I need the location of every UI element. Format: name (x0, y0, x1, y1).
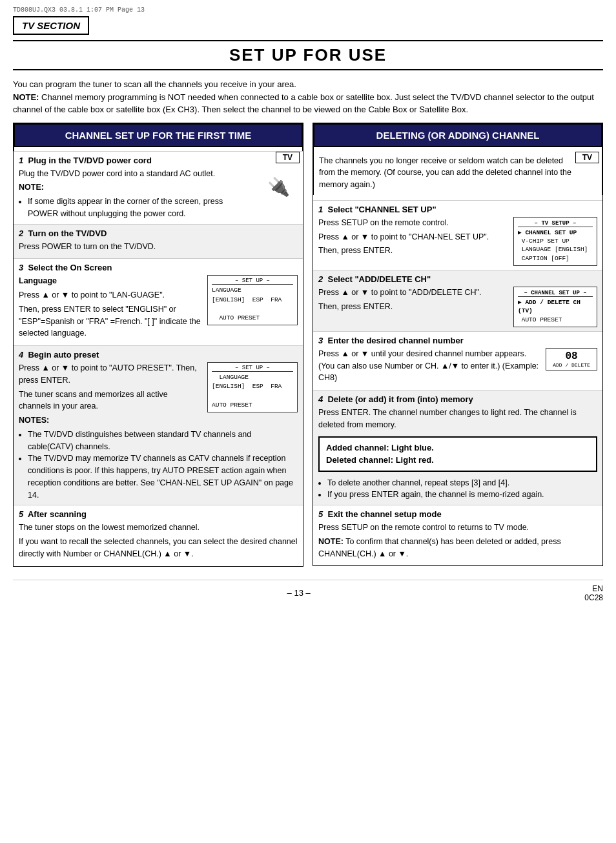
right-step-1-number: 1 (318, 205, 325, 214)
left-section-header: CHANNEL SET UP FOR THE FIRST TIME (14, 123, 303, 147)
right-step-3-number: 3 (318, 336, 325, 345)
footer: – 13 – EN0C28 (13, 580, 603, 602)
tv-setup-screen: – TV SETUP – CHANNEL SET UP V-CHIP SET U… (513, 217, 597, 266)
lang-screen-row1: LANGUAGE (212, 286, 293, 295)
right-section-header: DELETING (OR ADDING) CHANNEL (313, 123, 602, 147)
left-step-2-content: Press POWER to turn on the TV/DVD. (19, 241, 298, 253)
left-step-5-title: 5 After scanning (19, 509, 298, 519)
preset-screen-row1: LANGUAGE (212, 373, 293, 382)
right-step-1: 1 Select "CHANNEL SET UP" – TV SETUP – C… (313, 200, 602, 270)
language-screen: – SET UP – LANGUAGE [ENGLISH] ESP FRA AU… (207, 275, 298, 325)
left-step-3-number: 3 (19, 263, 26, 272)
tv-setup-screen-title: – TV SETUP – (518, 220, 593, 227)
channel-setup-screen-title: – CHANNEL SET UP – (518, 290, 593, 297)
left-step-1: 1 Plug in the TV/DVD power cord 🔌 Plug t… (14, 151, 303, 224)
preset-screen-title: – SET UP – (212, 365, 293, 372)
tv-setup-row2: V-CHIP SET UP (518, 237, 593, 245)
footer-center: – 13 – (287, 588, 311, 598)
power-cord-icon: 🔌 (259, 168, 298, 207)
lang-screen-title: – SET UP – (212, 278, 293, 285)
right-step-1-title-text: Select "CHANNEL SET UP" (327, 205, 436, 214)
tv-section-label: TV SECTION (13, 16, 89, 35)
lang-screen-row4: AUTO PRESET (212, 314, 293, 323)
left-step-3-title-text: Select the On Screen (28, 263, 112, 272)
main-columns: CHANNEL SET UP FOR THE FIRST TIME TV 1 P… (13, 123, 603, 567)
intro-note: NOTE: Channel memory programming is NOT … (13, 91, 603, 116)
right-step-4-bullets: To delete another channel, repeat steps … (318, 477, 597, 502)
right-step-1-title: 1 Select "CHANNEL SET UP" (318, 205, 597, 214)
preset-screen: – SET UP – LANGUAGE [ENGLISH] ESP FRA AU… (207, 362, 298, 412)
left-step-5: 5 After scanning The tuner stops on the … (14, 505, 303, 565)
channel-setup-row2: AUTO PRESET (518, 316, 593, 324)
left-tv-badge: TV (276, 152, 300, 163)
right-step-5-title: 5 Exit the channel setup mode (318, 509, 597, 519)
right-step-2: 2 Select "ADD/DELETE CH" – CHANNEL SET U… (313, 270, 602, 331)
right-step-4-title: 4 Delete (or add) it from (into) memory (318, 394, 597, 404)
left-step-4-title-text: Begin auto preset (28, 350, 99, 360)
left-step-4-title: 4 Begin auto preset (19, 350, 298, 360)
right-step-5-content: Press SETUP on the remote control to ret… (318, 522, 597, 560)
left-step-2-number: 2 (19, 229, 26, 238)
right-step-4-content: Press ENTER. The channel number changes … (318, 407, 597, 431)
channel-setup-screen: – CHANNEL SET UP – ADD / DELETE CH (TV) … (513, 287, 597, 327)
left-step-5-number: 5 (19, 509, 26, 519)
left-step-2: 2 Turn on the TV/DVD Press POWER to turn… (14, 224, 303, 259)
channel-note-box: Added channel: Light blue. Deleted chann… (318, 436, 597, 472)
right-tv-badge: TV (575, 152, 599, 163)
channel-number: 08 (550, 350, 593, 362)
tv-setup-row4: CAPTION [OFF] (518, 254, 593, 263)
right-step-5-number: 5 (318, 509, 325, 519)
lang-screen-row3 (212, 305, 293, 314)
right-step-2-number: 2 (318, 274, 325, 284)
preset-screen-row3 (212, 392, 293, 401)
right-step-3-title: 3 Enter the desired channel number (318, 336, 597, 345)
right-step-2-title-text: Select "ADD/DELETE CH" (327, 274, 431, 284)
right-step-2-title: 2 Select "ADD/DELETE CH" (318, 274, 597, 284)
preset-screen-row4: AUTO PRESET (212, 401, 293, 410)
intro-note-text: Channel memory programming is NOT needed… (13, 92, 594, 115)
page-title: SET UP FOR USE (13, 40, 603, 70)
left-column: CHANNEL SET UP FOR THE FIRST TIME TV 1 P… (13, 123, 303, 567)
left-step-3-title: 3 Select the On Screen (19, 263, 298, 272)
channel-setup-row1: ADD / DELETE CH (TV) (518, 298, 593, 316)
channel-add-delete-label: ADD / DELETE (550, 362, 593, 368)
left-step-4-number: 4 (19, 350, 26, 360)
intro-line1: You can program the tuner to scan all th… (13, 78, 603, 91)
right-intro-text: The channels you no longer receive or se… (313, 151, 602, 195)
right-step-5-title-text: Exit the channel setup mode (327, 509, 441, 519)
left-step-5-content: The tuner stops on the lowest memorized … (19, 522, 298, 560)
right-step-3: 3 Enter the desired channel number 08 AD… (313, 331, 602, 390)
tv-setup-row3: LANGUAGE [ENGLISH] (518, 245, 593, 254)
left-step-1-content: Plug the TV/DVD power cord into a standa… (19, 168, 298, 220)
left-step-4: 4 Begin auto preset – SET UP – LANGUAGE … (14, 345, 303, 505)
intro-note-label: NOTE: (13, 92, 39, 102)
lang-screen-row2: [ENGLISH] ESP FRA (212, 296, 293, 305)
right-step-3-title-text: Enter the desired channel number (327, 336, 463, 345)
right-step-4-number: 4 (318, 394, 325, 404)
channel-note-line1: Added channel: Light blue. (326, 442, 590, 454)
tv-setup-row1: CHANNEL SET UP (518, 229, 593, 237)
left-step-1-title: 1 Plug in the TV/DVD power cord (19, 156, 298, 165)
left-step-1-number: 1 (19, 156, 26, 165)
page-wrapper: TD808UJ.QX3 03.8.1 1:07 PM Page 13 TV SE… (0, 0, 616, 843)
right-step-4-title-text: Delete (or add) it from (into) memory (327, 394, 473, 404)
right-col-inner: DELETING (OR ADDING) CHANNEL TV The chan… (313, 123, 603, 567)
right-column: DELETING (OR ADDING) CHANNEL TV The chan… (313, 123, 603, 567)
preset-screen-row2: [ENGLISH] ESP FRA (212, 382, 293, 391)
left-col-inner: CHANNEL SET UP FOR THE FIRST TIME TV 1 P… (13, 123, 303, 567)
file-info: TD808UJ.QX3 03.8.1 1:07 PM Page 13 (13, 6, 603, 14)
right-step-4: 4 Delete (or add) it from (into) memory … (313, 390, 602, 505)
left-step-2-title-text: Turn on the TV/DVD (28, 229, 107, 238)
channel-note-line2: Deleted channel: Light red. (326, 454, 590, 467)
left-step-1-title-text: Plug in the TV/DVD power cord (28, 156, 151, 165)
intro-text: You can program the tuner to scan all th… (13, 78, 603, 116)
right-step-5: 5 Exit the channel setup mode Press SETU… (313, 505, 602, 565)
left-step-3: 3 Select the On Screen – SET UP – LANGUA… (14, 258, 303, 345)
footer-right: EN0C28 (584, 584, 603, 602)
left-step-5-title-text: After scanning (28, 509, 87, 519)
channel-display: 08 ADD / DELETE (546, 348, 597, 371)
left-step-2-title: 2 Turn on the TV/DVD (19, 229, 298, 238)
